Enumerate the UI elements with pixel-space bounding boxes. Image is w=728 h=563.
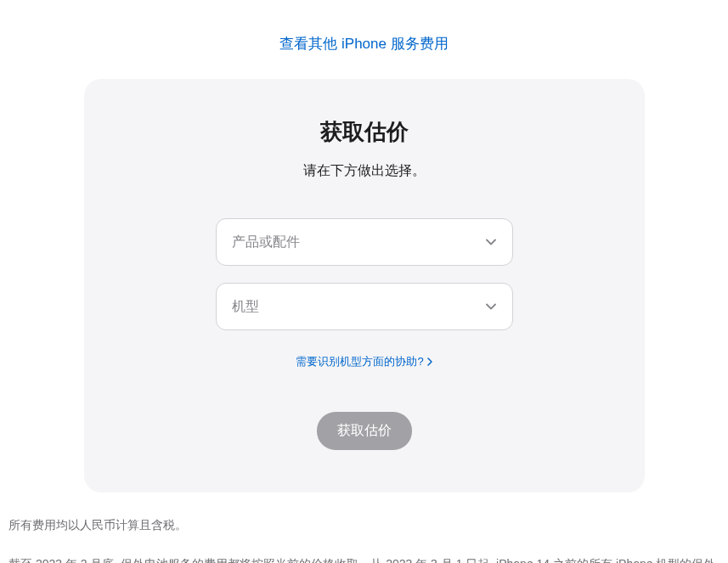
product-select[interactable]: 产品或配件 — [216, 218, 513, 266]
footer-note-pre: 截至 2023 年 2 月底, 保外电池服务的费用都将按照当前的价格收取。从 2… — [8, 557, 715, 563]
chevron-down-icon — [485, 236, 497, 248]
identify-model-help-link[interactable]: 需要识别机型方面的协助? — [296, 354, 432, 369]
footer-price-note: 截至 2023 年 2 月底, 保外电池服务的费用都将按照当前的价格收取。从 2… — [0, 537, 728, 563]
product-select-placeholder: 产品或配件 — [232, 234, 300, 251]
card-title: 获取估价 — [118, 117, 611, 147]
get-estimate-button[interactable]: 获取估价 — [317, 412, 412, 450]
chevron-down-icon — [485, 301, 497, 312]
footer-tax-note: 所有费用均以人民币计算且含税。 — [0, 493, 728, 537]
other-services-link[interactable]: 查看其他 iPhone 服务费用 — [279, 36, 448, 52]
card-subtitle: 请在下方做出选择。 — [118, 162, 611, 180]
model-select-placeholder: 机型 — [232, 298, 259, 316]
help-link-label: 需要识别机型方面的协助? — [296, 354, 423, 369]
model-select[interactable]: 机型 — [216, 283, 513, 330]
chevron-right-icon — [427, 358, 432, 366]
estimate-card: 获取估价 请在下方做出选择。 产品或配件 机型 需要识别机型方面的协助? 获取估… — [84, 79, 645, 493]
